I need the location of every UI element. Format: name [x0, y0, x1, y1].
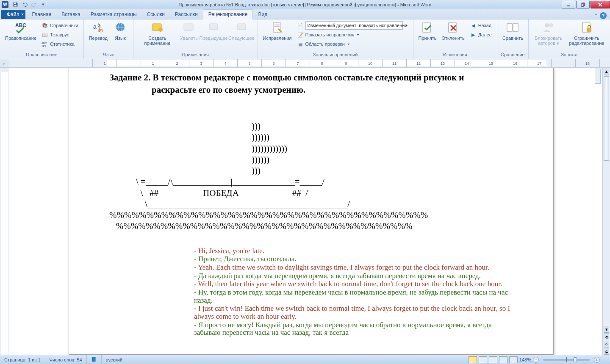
document-area: Задание 2. В текстовом редакторе с помощ…	[0, 68, 610, 355]
zoom-level[interactable]: 148%	[519, 357, 531, 362]
redo-icon[interactable]	[30, 1, 38, 8]
ruler-corner[interactable]: ⌐	[0, 59, 9, 67]
ruler-toggle[interactable]	[595, 69, 601, 84]
ribbon-tabs: Файл Главная Вставка Разметка страницы С…	[0, 9, 610, 19]
close-button[interactable]	[591, 1, 610, 8]
document-scroll[interactable]: Задание 2. В текстовом редакторе с помощ…	[9, 68, 602, 355]
tab-insert[interactable]: Вставка	[56, 10, 86, 19]
vertical-scrollbar[interactable]: ▴ ▾ ⬘ ○ ⬙	[602, 68, 610, 355]
help-icon[interactable]: ?	[600, 12, 607, 19]
chevron-down-icon	[405, 25, 408, 26]
next-page-button[interactable]: ⬙	[604, 348, 609, 355]
new-comment-icon	[150, 21, 164, 35]
vertical-ruler[interactable]	[0, 68, 9, 355]
delete-comment-button: Удалить	[179, 20, 199, 41]
word-count-button[interactable]: ABC123Статистика	[41, 40, 79, 48]
research-button[interactable]: 📚Справочники	[41, 21, 79, 30]
dialogue-line: - Да каждый раз когда мы переводим время…	[194, 272, 513, 280]
qat-customize-icon[interactable]: ▾	[39, 1, 47, 8]
previous-change-button[interactable]: ◀Назад	[469, 21, 493, 30]
scrollbar-thumb[interactable]	[604, 76, 609, 161]
fullscreen-view-button[interactable]	[479, 356, 487, 363]
web-layout-view-button[interactable]	[489, 356, 497, 363]
proof-status[interactable]: 📘	[87, 355, 102, 364]
ruler-tick: 17	[527, 59, 552, 67]
task-heading: Задание 2. В текстовом редакторе с помощ…	[109, 72, 513, 83]
group-compare-label: Сравнение	[500, 52, 526, 59]
reject-button[interactable]: Отклонить	[439, 20, 467, 41]
thesaurus-button[interactable]: 📖Тезаурус	[41, 30, 79, 39]
translate-label: Перевод	[89, 36, 108, 41]
reviewing-pane-label: Область проверки	[305, 41, 345, 47]
language-label: Язык	[115, 36, 126, 41]
svg-text:ABC: ABC	[42, 42, 47, 44]
compare-button[interactable]: Сравнить	[500, 20, 526, 41]
draft-view-button[interactable]	[509, 356, 518, 363]
save-icon[interactable]	[11, 1, 19, 8]
group-tracking-label: Запись исправлений	[261, 52, 410, 59]
tab-review[interactable]: Рецензирование	[203, 9, 253, 19]
svg-point-15	[158, 28, 163, 32]
ruler-tick: 5	[238, 59, 262, 67]
arrow-left-icon: ◀	[470, 22, 477, 29]
tab-page-layout[interactable]: Разметка страницы	[86, 10, 142, 19]
track-changes-button[interactable]: Исправления	[261, 20, 294, 41]
tab-home[interactable]: Главная	[27, 10, 57, 19]
restore-button[interactable]	[576, 1, 590, 8]
show-markup-button[interactable]: 📝Показать исправления	[296, 30, 409, 39]
word-count-status[interactable]: Число слов: 54	[45, 355, 87, 364]
reviewing-pane-button[interactable]: ▤Область проверки	[296, 40, 409, 48]
language-status[interactable]: русский	[102, 355, 127, 364]
tab-references[interactable]: Ссылки	[142, 10, 170, 19]
previous-change-label: Назад	[478, 23, 492, 28]
spelling-button[interactable]: ABC Правописание	[3, 20, 39, 41]
file-tab[interactable]: Файл	[1, 10, 25, 19]
undo-icon[interactable]	[20, 1, 29, 8]
ruler-row: ⌐ 1 1234567891011121314151617 18 19	[0, 59, 610, 68]
svg-rect-3	[581, 4, 584, 6]
svg-text:a: a	[93, 23, 97, 30]
print-layout-view-button[interactable]	[469, 356, 477, 363]
group-protect-label: Защита	[531, 52, 607, 59]
prev-page-button[interactable]: ⬘	[604, 334, 609, 340]
ruler-tick: 8	[310, 59, 334, 67]
group-changes: Принять Отклонить ◀Назад ▶Далее Изменени…	[413, 19, 497, 59]
svg-text:ABC: ABC	[15, 22, 26, 28]
svg-rect-16	[184, 24, 193, 30]
delete-comment-icon	[182, 21, 196, 35]
zoom-slider-thumb[interactable]	[574, 357, 577, 362]
page-status[interactable]: Страница: 1 из 1	[0, 355, 45, 364]
tab-view[interactable]: Вид	[253, 10, 272, 19]
restrict-editing-button[interactable]: Ограничить редактирование	[566, 20, 607, 47]
ruler-tick	[117, 59, 141, 67]
new-comment-button[interactable]: Создать примечание	[136, 20, 179, 47]
scroll-up-button[interactable]: ▴	[604, 68, 609, 74]
translate-icon: aあ	[92, 21, 105, 35]
document-page[interactable]: Задание 2. В текстовом редакторе с помощ…	[69, 68, 554, 355]
zoom-in-button[interactable]: +	[594, 357, 600, 363]
track-changes-icon	[271, 21, 284, 35]
next-change-button[interactable]: ▶Далее	[469, 30, 493, 39]
minimize-button[interactable]	[562, 1, 575, 8]
tab-mailings[interactable]: Рассылки	[170, 10, 203, 19]
group-compare: Сравнить Сравнение	[497, 19, 529, 59]
zoom-out-button[interactable]: −	[533, 357, 539, 363]
ruler-tick: 7	[286, 59, 310, 67]
outline-view-button[interactable]	[499, 356, 507, 363]
horizontal-ruler[interactable]: 1 1234567891011121314151617 18 19	[9, 59, 610, 67]
group-changes-label: Изменения	[416, 52, 494, 59]
display-markup-field[interactable]: Измененный документ: показать исправлени…	[305, 21, 403, 30]
next-icon	[235, 21, 248, 35]
spell-check-icon: ABC	[14, 21, 28, 35]
zoom-slider[interactable]	[543, 359, 590, 361]
scroll-down-button[interactable]: ▾	[604, 326, 609, 333]
translate-button[interactable]: aあ Перевод	[86, 20, 110, 41]
browse-object-button[interactable]: ○	[604, 341, 609, 347]
minimize-ribbon-icon[interactable]: ˄	[595, 13, 597, 19]
quick-access-toolbar: ▾	[11, 1, 47, 8]
display-markup-dropdown[interactable]: 📄 Измененный документ: показать исправле…	[296, 21, 409, 30]
accept-button[interactable]: Принять	[416, 20, 439, 41]
window-title: Практическая работа №1 Ввод текста.doc […	[0, 2, 610, 7]
language-button[interactable]: Язык	[110, 20, 130, 41]
ruler-tick: 15	[479, 59, 503, 67]
